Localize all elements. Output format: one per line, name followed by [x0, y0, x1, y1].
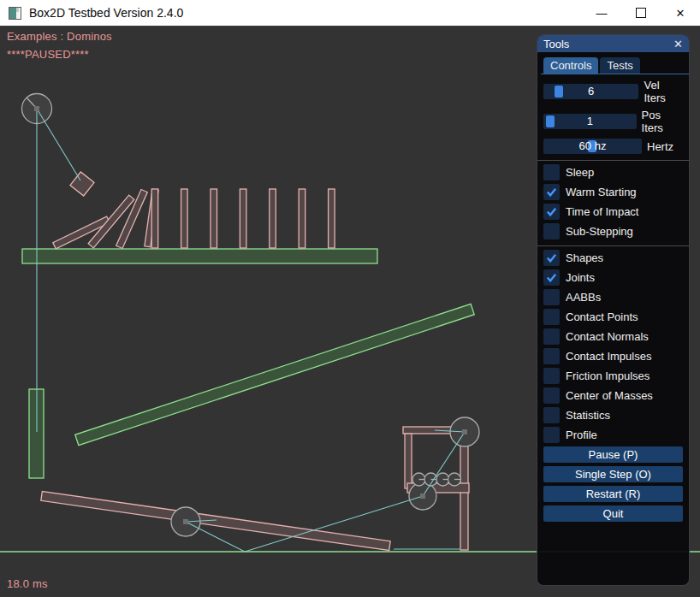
frame-time-label: 18.0 ms — [7, 577, 48, 590]
hanging-box — [70, 172, 94, 196]
check-icon — [545, 186, 558, 198]
checkbox-box — [543, 407, 560, 423]
checkbox-contact-normals[interactable]: Contact Normals — [543, 328, 683, 345]
checkbox-box — [543, 289, 560, 305]
checkbox-sleep[interactable]: Sleep — [543, 164, 683, 180]
domino — [151, 189, 158, 248]
checkbox-box — [543, 387, 560, 404]
hertz-slider[interactable]: 60 hz — [543, 139, 642, 154]
pos-iters-row: 1 Pos Iters — [543, 109, 683, 134]
checkbox-label: Sleep — [566, 166, 594, 179]
window-title: Box2D Testbed Version 2.4.0 — [29, 6, 183, 20]
frame-left-post — [405, 434, 412, 488]
long-diagonal-plank — [75, 304, 474, 445]
checkbox-time-of-impact[interactable]: Time of Impact — [543, 204, 683, 220]
close-button[interactable]: ✕ — [661, 0, 700, 26]
example-label: Examples : Dominos — [7, 30, 112, 43]
maximize-button[interactable] — [621, 0, 661, 26]
restart-button[interactable]: Restart (R) — [543, 486, 683, 502]
check-icon — [545, 251, 558, 264]
checkbox-label: AABBs — [566, 291, 601, 304]
checkbox-label: Joints — [566, 271, 595, 284]
checkbox-box — [543, 164, 560, 180]
checkbox-profile[interactable]: Profile — [543, 427, 683, 443]
joint-anchors — [34, 106, 467, 524]
checkbox-statistics[interactable]: Statistics — [543, 407, 683, 423]
domino — [211, 189, 217, 248]
tools-panel-body: Controls Tests 6 Vel Iters 1 P — [537, 57, 689, 522]
vel-iters-slider[interactable]: 6 — [543, 84, 638, 99]
checkbox-contact-impulses[interactable]: Contact Impulses — [543, 348, 683, 364]
check-icon — [545, 205, 558, 218]
checkbox-joints[interactable]: Joints — [543, 269, 683, 286]
checkbox-label: Time of Impact — [566, 205, 638, 218]
pause-button[interactable]: Pause (P) — [543, 446, 683, 463]
checkbox-box — [543, 250, 560, 266]
seesaw-plank — [41, 491, 390, 550]
pos-iters-slider[interactable]: 1 — [543, 114, 637, 129]
tab-underline — [541, 74, 689, 74]
window-controls: — ✕ — [582, 0, 700, 26]
checkbox-friction-impulses[interactable]: Friction Impulses — [543, 368, 683, 384]
tools-panel: Tools ✕ Controls Tests 6 Vel Iters — [537, 34, 690, 586]
slider-value: 60 hz — [543, 139, 642, 154]
tools-panel-titlebar[interactable]: Tools ✕ — [537, 35, 689, 52]
checkbox-contact-points[interactable]: Contact Points — [543, 309, 683, 325]
tab-tests[interactable]: Tests — [600, 57, 639, 74]
checkbox-box — [543, 204, 560, 220]
slider-label: Vel Iters — [644, 79, 683, 104]
tabbar: Controls Tests — [543, 57, 683, 74]
tools-panel-title: Tools — [543, 38, 569, 50]
domino-platform — [22, 249, 377, 263]
checkbox-label: Statistics — [566, 409, 610, 422]
checkbox-box — [543, 427, 560, 443]
domino — [329, 189, 335, 248]
checkbox-label: Friction Impulses — [566, 369, 650, 382]
single-step-button[interactable]: Single Step (O) — [543, 466, 683, 482]
checkbox-label: Center of Masses — [566, 389, 653, 402]
tab-controls[interactable]: Controls — [543, 57, 598, 74]
slider-value: 6 — [543, 84, 638, 99]
checkbox-box — [543, 184, 560, 200]
checkbox-box — [543, 368, 560, 384]
domino — [299, 189, 306, 248]
checkbox-label: Shapes — [566, 251, 603, 264]
checkbox-label: Profile — [566, 429, 597, 441]
vel-iters-row: 6 Vel Iters — [543, 79, 683, 104]
dynamic-shapes — [41, 172, 470, 551]
slider-label: Pos Iters — [642, 109, 683, 134]
app-icon — [9, 7, 21, 20]
hertz-row: 60 hz Hertz — [543, 139, 683, 154]
checkbox-warm-starting[interactable]: Warm Starting — [543, 184, 683, 200]
checkbox-shapes[interactable]: Shapes — [543, 250, 683, 266]
checkbox-label: Contact Impulses — [566, 350, 651, 363]
check-icon — [545, 271, 558, 284]
checkbox-label: Sub-Stepping — [566, 225, 633, 238]
checkbox-label: Warm Starting — [566, 186, 637, 198]
slider-value: 1 — [543, 114, 637, 129]
separator — [537, 160, 689, 161]
paused-label: ****PAUSED**** — [7, 48, 89, 61]
checkbox-box — [543, 223, 560, 239]
physics-canvas[interactable]: Examples : Dominos ****PAUSED**** 18.0 m… — [0, 27, 700, 597]
checkbox-label: Contact Points — [566, 310, 638, 323]
checkbox-box — [543, 328, 560, 345]
minimize-button[interactable]: — — [582, 0, 621, 26]
checkbox-box — [543, 309, 560, 325]
checkbox-aabbs[interactable]: AABBs — [543, 289, 683, 305]
maximize-icon — [636, 8, 646, 18]
domino — [240, 189, 246, 248]
app-window: Box2D Testbed Version 2.4.0 — ✕ — [0, 0, 700, 597]
panel-close-icon[interactable]: ✕ — [673, 38, 683, 50]
checkbox-box — [543, 348, 560, 364]
domino — [270, 189, 276, 248]
quit-button[interactable]: Quit — [543, 505, 683, 522]
checkbox-center-of-masses[interactable]: Center of Masses — [543, 387, 683, 404]
checkbox-label: Contact Normals — [566, 330, 649, 343]
domino — [181, 189, 188, 248]
checkbox-box — [543, 269, 560, 286]
checkbox-sub-stepping[interactable]: Sub-Stepping — [543, 223, 683, 239]
separator — [537, 245, 689, 246]
slider-label: Hertz — [647, 140, 673, 153]
titlebar[interactable]: Box2D Testbed Version 2.4.0 — ✕ — [0, 0, 700, 27]
